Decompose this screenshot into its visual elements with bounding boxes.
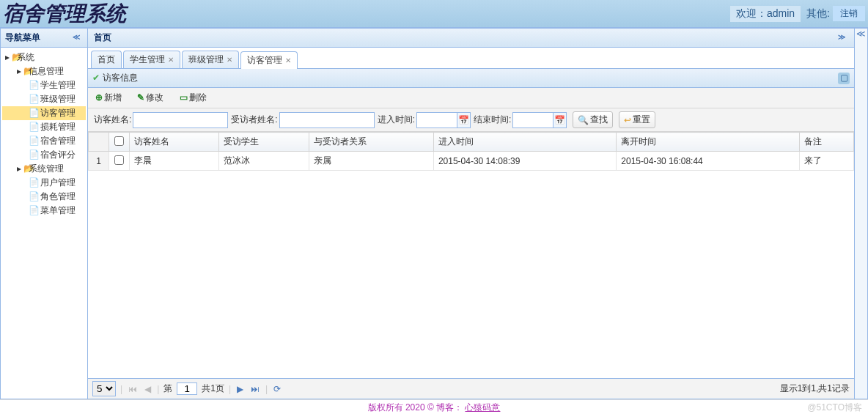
- page-icon: 📄: [29, 177, 39, 188]
- search-button[interactable]: 🔍查找: [573, 111, 613, 128]
- tree-node-访客管理[interactable]: 📄访客管理: [2, 106, 86, 120]
- page-size-select[interactable]: 5: [92, 381, 116, 396]
- pager-refresh-button[interactable]: ⟳: [272, 384, 282, 394]
- tab-班级管理[interactable]: 班级管理✕: [182, 51, 239, 68]
- collapse-west-icon[interactable]: ≪: [73, 33, 83, 43]
- page-icon: 📄: [29, 191, 39, 202]
- calendar-icon[interactable]: 📅: [553, 112, 567, 128]
- page-icon: 📄: [29, 136, 39, 146]
- page-icon: 📄: [29, 149, 39, 160]
- search-icon: 🔍: [578, 115, 589, 125]
- search-bar: 访客姓名: 受访者姓名: 进入时间: 📅 结束时间: 📅 🔍查找 ↩重置: [88, 108, 854, 132]
- data-grid: 访客姓名受访学生与受访者关系进入时间离开时间备注1李晨范冰冰亲属2015-04-…: [88, 132, 854, 378]
- select-all-checkbox[interactable]: [114, 136, 124, 146]
- pager-display-msg: 显示1到1,共1记录: [780, 382, 850, 395]
- page-label-prefix: 第: [163, 382, 172, 395]
- tree-node-系统管理[interactable]: ▸ 📂系统管理: [2, 162, 86, 176]
- tab-首页[interactable]: 首页: [91, 51, 122, 68]
- header-right: 欢迎：admin 其他: 注销: [730, 6, 865, 22]
- page-icon: 📄: [29, 205, 39, 215]
- calendar-icon[interactable]: 📅: [457, 112, 471, 128]
- page-number-input[interactable]: [177, 382, 197, 395]
- page-title: 首页: [94, 32, 111, 44]
- tree-node-系统[interactable]: ▸ 📂系统: [2, 51, 86, 64]
- reset-icon: ↩: [624, 115, 631, 125]
- visited-name-label: 受访者姓名:: [231, 114, 277, 126]
- end-time-label: 结束时间:: [474, 114, 511, 126]
- visitor-name-input[interactable]: [133, 112, 228, 128]
- pager-first-button[interactable]: ⏮: [127, 384, 139, 394]
- tree-node-信息管理[interactable]: ▸ 📂信息管理: [2, 64, 86, 78]
- close-icon[interactable]: ✕: [168, 56, 174, 64]
- folder-open-icon: ▸ 📂: [5, 52, 15, 62]
- tree-node-用户管理[interactable]: 📄用户管理: [2, 176, 86, 190]
- page-icon: 📄: [29, 94, 39, 104]
- tree-node-宿舍评分[interactable]: 📄宿舍评分: [2, 148, 86, 162]
- footer-copyright: 版权所有 2020 © 博客：: [368, 402, 463, 413]
- other-label: 其他:: [806, 7, 830, 21]
- footer-link[interactable]: 心猿码意: [465, 402, 500, 413]
- collapse-east-icon[interactable]: ≫: [838, 33, 848, 43]
- nav-sidebar: 导航菜单 ≪ ▸ 📂系统▸ 📂信息管理📄学生管理📄班级管理📄访客管理📄损耗管理📄…: [0, 28, 88, 399]
- app-header: 宿舍管理系统 欢迎：admin 其他: 注销: [0, 0, 868, 28]
- app-logo: 宿舍管理系统: [3, 0, 126, 28]
- edit-button[interactable]: ✎修改: [134, 90, 166, 106]
- center-header: 首页 ≫: [88, 29, 854, 48]
- panel-collapse-button[interactable]: ▢: [838, 73, 850, 84]
- grid-header[interactable]: 访客姓名: [130, 133, 219, 152]
- page-icon: 📄: [29, 122, 39, 132]
- visited-name-input[interactable]: [279, 112, 375, 128]
- grid-header-row: 访客姓名受访学生与受访者关系进入时间离开时间备注: [89, 133, 854, 152]
- grid-header[interactable]: 与受访者关系: [309, 133, 433, 152]
- tree-node-菜单管理[interactable]: 📄菜单管理: [2, 204, 86, 218]
- check-icon: ✔: [92, 73, 100, 83]
- visitor-name-label: 访客姓名:: [94, 114, 131, 126]
- folder-open-icon: ▸ 📂: [17, 66, 27, 76]
- add-icon: ⊕: [95, 92, 103, 103]
- toolbar: ⊕新增 ✎修改 ▭删除: [88, 88, 854, 108]
- edit-icon: ✎: [137, 92, 144, 103]
- nav-tree: ▸ 📂系统▸ 📂信息管理📄学生管理📄班级管理📄访客管理📄损耗管理📄宿舍管理📄宿舍…: [1, 48, 87, 399]
- nav-title: 导航菜单: [5, 32, 40, 44]
- reset-button[interactable]: ↩重置: [619, 111, 655, 128]
- tree-node-损耗管理[interactable]: 📄损耗管理: [2, 120, 86, 134]
- page-icon: 📄: [29, 108, 39, 118]
- table-row[interactable]: 1李晨范冰冰亲属2015-04-30 14:08:392015-04-30 16…: [89, 152, 854, 171]
- end-time-input[interactable]: [512, 112, 553, 128]
- tree-node-班级管理[interactable]: 📄班级管理: [2, 92, 86, 106]
- watermark: @51CTO博客: [807, 400, 862, 415]
- east-expand-button[interactable]: ≪: [855, 28, 868, 399]
- tab-学生管理[interactable]: 学生管理✕: [123, 51, 180, 68]
- in-time-label: 进入时间:: [378, 114, 415, 126]
- row-checkbox[interactable]: [114, 155, 124, 165]
- total-pages-label: 共1页: [202, 382, 224, 395]
- pager-last-button[interactable]: ⏭: [249, 384, 261, 394]
- welcome-label: 欢迎：admin: [730, 6, 801, 22]
- delete-button[interactable]: ▭删除: [177, 90, 210, 106]
- tree-node-学生管理[interactable]: 📄学生管理: [2, 78, 86, 92]
- panel-header: ✔访客信息 ▢: [88, 69, 854, 88]
- tree-node-角色管理[interactable]: 📄角色管理: [2, 190, 86, 204]
- tree-node-宿舍管理[interactable]: 📄宿舍管理: [2, 134, 86, 148]
- add-button[interactable]: ⊕新增: [92, 90, 125, 106]
- close-icon[interactable]: ✕: [285, 56, 291, 64]
- pager-next-button[interactable]: ▶: [235, 384, 245, 394]
- tab-访客管理[interactable]: 访客管理✕: [240, 51, 298, 69]
- panel-title: 访客信息: [103, 73, 138, 83]
- center-region: 首页 ≫ 首页学生管理✕班级管理✕访客管理✕ ✔访客信息 ▢ ⊕新增 ✎修改 ▭…: [88, 28, 855, 399]
- logout-button[interactable]: 注销: [833, 6, 865, 21]
- in-time-input[interactable]: [416, 112, 457, 128]
- grid-header[interactable]: 受访学生: [219, 133, 309, 152]
- pager: 5 | ⏮ ◀ | 第 共1页 | ▶ ⏭ | ⟳ 显示1到1,共1记录: [88, 378, 854, 399]
- delete-icon: ▭: [180, 92, 188, 103]
- pager-prev-button[interactable]: ◀: [143, 384, 152, 394]
- folder-open-icon: ▸ 📂: [17, 163, 27, 174]
- page-icon: 📄: [29, 80, 39, 90]
- footer: 版权所有 2020 © 博客： 心猿码意 @51CTO博客: [0, 399, 868, 414]
- tab-bar: 首页学生管理✕班级管理✕访客管理✕: [88, 48, 854, 69]
- close-icon[interactable]: ✕: [227, 56, 232, 64]
- nav-header: 导航菜单 ≪: [1, 29, 87, 48]
- grid-header[interactable]: 进入时间: [433, 133, 616, 152]
- grid-header[interactable]: 备注: [799, 133, 853, 152]
- grid-header[interactable]: 离开时间: [617, 133, 799, 152]
